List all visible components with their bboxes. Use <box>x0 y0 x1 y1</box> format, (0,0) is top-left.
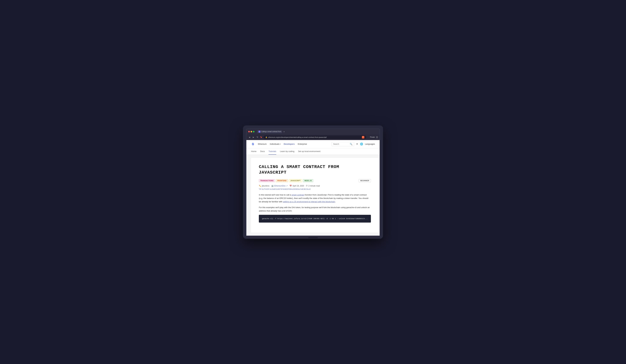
sec-nav-docs[interactable]: Docs <box>260 148 265 155</box>
website-content: Ethereum Individuals ▾ Developers Enterp… <box>246 140 380 236</box>
url-text: ethereum.org/en/developers/tutorials/cal… <box>268 136 361 138</box>
browser-tabs: Calling a smart contract from J... ✕ + <box>257 130 378 133</box>
smart-contract-link[interactable]: smart contract <box>292 194 304 196</box>
tab-title: Calling a smart contract from J... <box>261 131 282 132</box>
private-icon: 🕶️ <box>367 136 369 138</box>
building-icon: 🏢 <box>271 185 274 187</box>
individuals-dropdown-arrow: ▾ <box>280 143 281 145</box>
browser-menu-button[interactable]: ☰ <box>376 136 378 138</box>
code-block: ganache-cli -f https://mainnet.infura.io… <box>259 215 371 223</box>
bookmark-button[interactable]: 🔖 <box>260 136 262 138</box>
meta-read-time: ⏱ 2 minute read <box>306 185 320 187</box>
nav-developers[interactable]: Developers <box>284 143 295 145</box>
theme-toggle-button[interactable]: ☀ <box>356 142 358 145</box>
sec-nav-tutorials[interactable]: Tutorials <box>269 148 276 155</box>
meta-author: ✏️ jdourlens <box>259 185 270 187</box>
main-layout: CALLING A SMART CONTRACT FROMJAVASCRIPT … <box>246 155 380 236</box>
intro-paragraph: In this tutorial we'll see how to call a… <box>259 193 371 203</box>
tab-favicon <box>259 131 260 132</box>
main-nav: Ethereum Individuals ▾ Developers Enterp… <box>258 143 307 145</box>
tags-row: TRANSACTIONS FRONTEND JAVASCRIPT WEB3.JS… <box>259 179 371 182</box>
back-button[interactable]: ◀ <box>248 136 251 139</box>
read-time-text: 2 minute read <box>308 185 320 187</box>
tip-author-link[interactable]: TIP AUTHOR 0x19dE91Af973F404EDF5B4c09398… <box>259 188 311 190</box>
refresh-button[interactable]: ↻ <box>256 136 259 139</box>
site-header: Ethereum Individuals ▾ Developers Enterp… <box>246 140 380 148</box>
ethereum-logo <box>251 142 255 146</box>
code-text: ganache-cli -f https://mainnet.infura.io… <box>262 217 368 220</box>
meta-org: 🏢 EthereumDev ↗ <box>271 185 288 187</box>
nav-ethereum[interactable]: Ethereum <box>258 143 267 145</box>
traffic-lights <box>248 131 254 132</box>
new-tab-button[interactable]: + <box>282 130 286 133</box>
search-icon[interactable]: 🔍 <box>350 143 352 145</box>
private-mode-badge: 🕶️ Private <box>367 136 375 138</box>
clock-icon: ⏱ <box>306 185 308 187</box>
maximize-window-button[interactable] <box>253 131 254 132</box>
search-input[interactable] <box>333 143 349 145</box>
laptop-bottom-bar <box>246 236 380 239</box>
second-paragraph: For this examples we'll play with the DA… <box>259 206 371 213</box>
private-label: Private <box>370 136 375 138</box>
browser-titlebar: Calling a smart contract from J... ✕ + <box>246 129 380 134</box>
minimize-window-button[interactable] <box>251 131 252 132</box>
globe-icon: 🌐 <box>360 142 363 145</box>
header-right: 🔍 ☀ 🌐 Languages <box>332 142 375 146</box>
tag-frontend[interactable]: FRONTEND <box>276 179 288 182</box>
search-box[interactable]: 🔍 <box>332 142 354 146</box>
close-window-button[interactable] <box>248 131 250 132</box>
tag-javascript[interactable]: JAVASCRIPT <box>289 179 302 182</box>
meta-date: 📅 April 19, 2020 <box>289 185 304 187</box>
article-area: CALLING A SMART CONTRACT FROMJAVASCRIPT … <box>251 158 379 232</box>
sec-nav-home[interactable]: Home <box>251 148 257 155</box>
browser-right-controls: 🕶️ Private ☰ <box>367 136 378 138</box>
pencil-icon: ✏️ <box>259 185 261 187</box>
tag-web3js[interactable]: WEB3.JS <box>303 179 313 182</box>
forward-button[interactable]: ▶ <box>252 136 255 139</box>
sec-nav-learn-by-coding[interactable]: Learn by coding <box>280 148 294 155</box>
nav-individuals[interactable]: Individuals ▾ <box>270 143 280 145</box>
languages-button[interactable]: Languages <box>365 143 375 145</box>
laptop-camera-notch <box>308 237 318 238</box>
browser-window: Calling a smart contract from J... ✕ + ◀… <box>246 129 380 236</box>
meta-row: ✏️ jdourlens 🏢 EthereumDev ↗ 📅 April 19,… <box>259 185 371 187</box>
difficulty-badge: BEGINNER <box>359 179 371 182</box>
calendar-icon: 📅 <box>289 185 292 187</box>
org-link[interactable]: EthereumDev ↗ <box>274 185 288 187</box>
active-tab[interactable]: Calling a smart contract from J... ✕ <box>257 130 282 133</box>
lock-icon: 🔒 <box>265 136 267 138</box>
author-name: jdourlens <box>262 185 270 187</box>
laptop-frame: Calling a smart contract from J... ✕ + ◀… <box>243 125 383 239</box>
js-environment-link[interactable]: setting up a JS environment to interact … <box>283 200 335 203</box>
logo-area: Ethereum Individuals ▾ Developers Enterp… <box>251 142 307 146</box>
tip-author-row: TIP AUTHOR 0x19dE91Af973F404EDF5B4c09398… <box>259 188 371 190</box>
date-text: April 19, 2020 <box>292 185 304 187</box>
brave-shield-icon[interactable]: 🛡 <box>362 136 364 138</box>
address-bar[interactable]: 🔒 ethereum.org/en/developers/tutorials/c… <box>264 135 366 139</box>
tag-transactions[interactable]: TRANSACTIONS <box>259 179 275 182</box>
nav-enterprise[interactable]: Enterprise <box>298 143 307 145</box>
sec-nav-set-up-env[interactable]: Set up local environment <box>298 148 320 155</box>
browser-toolbar: ◀ ▶ ↻ 🔖 🔒 ethereum.org/en/developers/tut… <box>246 134 380 140</box>
secondary-nav: Home Docs Tutorials Learn by coding Set … <box>246 148 380 155</box>
article-title: CALLING A SMART CONTRACT FROMJAVASCRIPT <box>259 164 371 175</box>
article-body: In this tutorial we'll see how to call a… <box>259 193 371 223</box>
